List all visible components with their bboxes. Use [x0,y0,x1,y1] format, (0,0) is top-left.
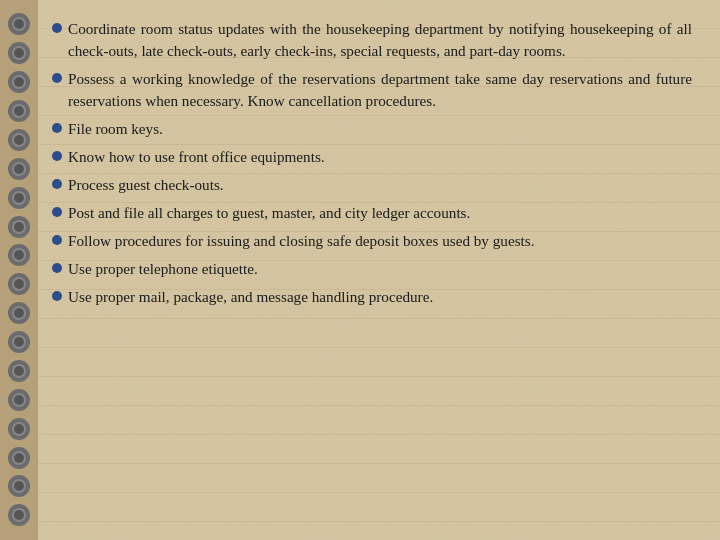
bullet-text: Follow procedures for issuing and closin… [68,230,692,252]
list-item: Process guest check-outs. [52,174,692,196]
bullet-dot [52,291,62,301]
bullet-text: Post and file all charges to guest, mast… [68,202,692,224]
bullet-text: Use proper telephone etiquette. [68,258,692,280]
spiral-ring [8,244,30,266]
bullet-dot [52,263,62,273]
spiral-ring [8,42,30,64]
spiral-ring [8,273,30,295]
list-item: Post and file all charges to guest, mast… [52,202,692,224]
list-item: Possess a working knowledge of the reser… [52,68,692,112]
list-item: Follow procedures for issuing and closin… [52,230,692,252]
bullet-list: Coordinate room status updates with the … [52,18,692,308]
list-item: File room keys. [52,118,692,140]
spiral-ring [8,389,30,411]
bullet-dot [52,179,62,189]
content-area: Coordinate room status updates with the … [38,0,720,540]
spiral-ring [8,447,30,469]
bullet-text: File room keys. [68,118,692,140]
spiral-ring [8,302,30,324]
list-item: Coordinate room status updates with the … [52,18,692,62]
spiral-ring [8,331,30,353]
spiral-ring [8,13,30,35]
spiral-ring [8,504,30,526]
spiral-ring [8,71,30,93]
bullet-dot [52,73,62,83]
spiral-ring [8,187,30,209]
bullet-text: Process guest check-outs. [68,174,692,196]
spiral-ring [8,129,30,151]
spiral-binding [0,0,38,540]
bullet-dot [52,151,62,161]
list-item: Know how to use front office equipments. [52,146,692,168]
spiral-ring [8,158,30,180]
spiral-ring [8,418,30,440]
list-item: Use proper telephone etiquette. [52,258,692,280]
bullet-text: Use proper mail, package, and message ha… [68,286,692,308]
bullet-dot [52,23,62,33]
bullet-text: Know how to use front office equipments. [68,146,692,168]
bullet-text: Coordinate room status updates with the … [68,18,692,62]
spiral-ring [8,100,30,122]
bullet-dot [52,207,62,217]
bullet-dot [52,235,62,245]
bullet-dot [52,123,62,133]
spiral-ring [8,216,30,238]
page: Coordinate room status updates with the … [0,0,720,540]
spiral-ring [8,360,30,382]
bullet-text: Possess a working knowledge of the reser… [68,68,692,112]
list-item: Use proper mail, package, and message ha… [52,286,692,308]
spiral-ring [8,475,30,497]
